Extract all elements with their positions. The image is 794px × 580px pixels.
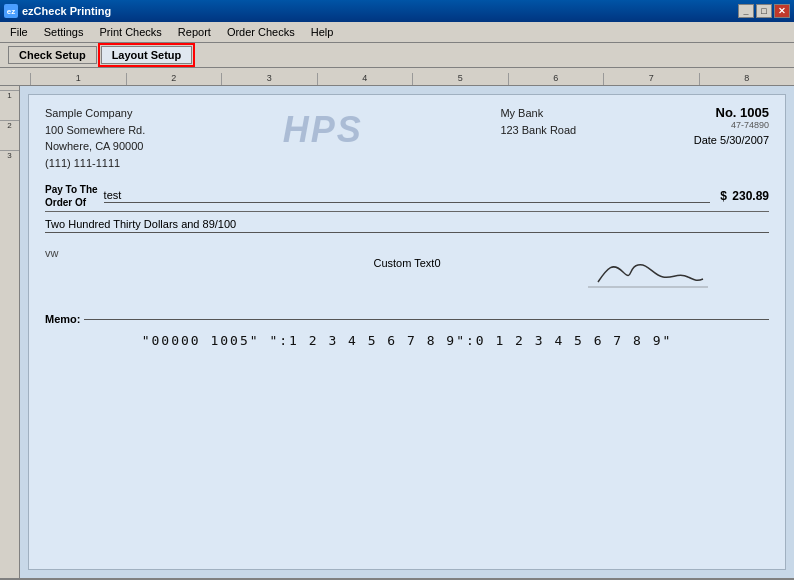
left-tick-1: 1 (0, 90, 19, 120)
date-value: 5/30/2007 (720, 134, 769, 146)
close-button[interactable]: ✕ (774, 4, 790, 18)
menu-order-checks[interactable]: Order Checks (221, 24, 301, 40)
menu-help[interactable]: Help (305, 24, 340, 40)
check-initials: vw (45, 247, 286, 259)
check-top-row: Sample Company 100 Somewhere Rd. Nowhere… (45, 105, 769, 171)
menu-print-checks[interactable]: Print Checks (93, 24, 167, 40)
minimize-button[interactable]: _ (738, 4, 754, 18)
ruler-mark-8: 8 (699, 73, 795, 85)
check-middle: vw Custom Text0 (45, 247, 769, 299)
left-tick-3: 3 (0, 150, 19, 180)
pay-to-label: Pay To TheOrder Of (45, 183, 98, 209)
ruler-mark-7: 7 (603, 73, 699, 85)
micr-line: "00000 1005" ":1 2 3 4 5 6 7 8 9":0 1 2 … (45, 333, 769, 348)
company-phone: (111) 111-1111 (45, 155, 145, 172)
ruler-mark-5: 5 (412, 73, 508, 85)
menu-settings[interactable]: Settings (38, 24, 90, 40)
company-address2: Nowhere, CA 90000 (45, 138, 145, 155)
check-number-section: No. 1005 47-74890 Date 5/30/2007 (694, 105, 769, 171)
app-title: ezCheck Printing (22, 5, 111, 17)
memo-line (84, 319, 769, 320)
check-number: No. 1005 (694, 105, 769, 120)
check-left-col: vw (45, 247, 286, 299)
ruler-mark-6: 6 (508, 73, 604, 85)
check-logo: HPS (263, 109, 383, 171)
window-controls[interactable]: _ □ ✕ (738, 4, 790, 18)
ruler-mark-1: 1 (30, 73, 126, 85)
pay-to-row: Pay To TheOrder Of test $ 230.89 (45, 183, 769, 212)
signature-svg (578, 247, 718, 297)
date-label: Date (694, 134, 717, 146)
check-setup-button[interactable]: Check Setup (8, 46, 97, 64)
ruler-mark-3: 3 (221, 73, 317, 85)
main-area: 1 2 3 Sample Company 100 Somewhere Rd. N… (0, 86, 794, 578)
left-tick-2: 2 (0, 120, 19, 150)
custom-text: Custom Text0 (286, 247, 527, 299)
check-paper: Sample Company 100 Somewhere Rd. Nowhere… (28, 94, 786, 570)
signature-area (528, 247, 769, 299)
bank-address: 123 Bank Road (500, 122, 576, 139)
title-bar: ez ezCheck Printing _ □ ✕ (0, 0, 794, 22)
check-date: Date 5/30/2007 (694, 134, 769, 146)
ruler: 1 2 3 4 5 6 7 8 (0, 68, 794, 86)
check-area: Sample Company 100 Somewhere Rd. Nowhere… (20, 86, 794, 578)
ruler-mark-4: 4 (317, 73, 413, 85)
check-amount: $ 230.89 (720, 189, 769, 203)
maximize-button[interactable]: □ (756, 4, 772, 18)
memo-row: Memo: (45, 313, 769, 325)
dollar-sign: $ (720, 189, 727, 203)
ruler-mark-2: 2 (126, 73, 222, 85)
check-company: Sample Company 100 Somewhere Rd. Nowhere… (45, 105, 145, 171)
app-icon: ez (4, 4, 18, 18)
amount-words: Two Hundred Thirty Dollars and 89/100 (45, 218, 769, 233)
company-name: Sample Company (45, 105, 145, 122)
layout-setup-button[interactable]: Layout Setup (101, 46, 193, 64)
check-routing: 47-74890 (694, 120, 769, 130)
toolbar: Check Setup Layout Setup (0, 43, 794, 68)
company-address1: 100 Somewhere Rd. (45, 122, 145, 139)
left-ruler: 1 2 3 (0, 86, 20, 578)
amount-value: 230.89 (732, 189, 769, 203)
check-bank: My Bank 123 Bank Road (500, 105, 576, 171)
payee-name: test (104, 189, 711, 203)
menu-bar: File Settings Print Checks Report Order … (0, 22, 794, 43)
bank-name: My Bank (500, 105, 576, 122)
menu-file[interactable]: File (4, 24, 34, 40)
menu-report[interactable]: Report (172, 24, 217, 40)
memo-label: Memo: (45, 313, 80, 325)
